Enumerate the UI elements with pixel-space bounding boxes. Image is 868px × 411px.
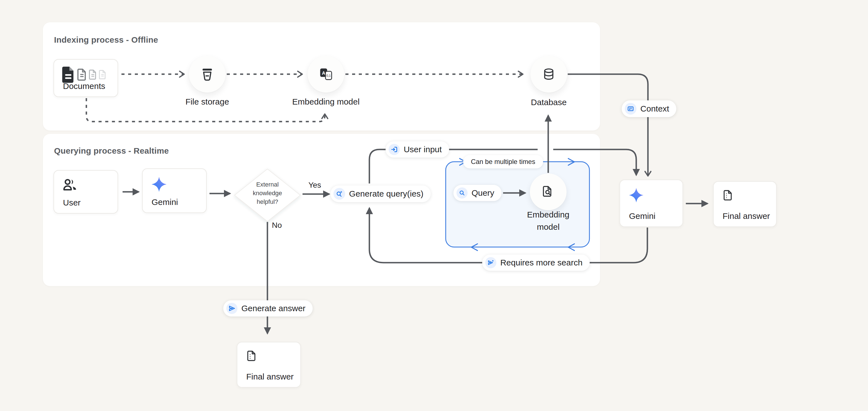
send-spark-icon: [487, 259, 494, 266]
doc-embedding-label: Embedding model: [498, 209, 598, 233]
requires-more-search-badge: Requires more search: [482, 255, 590, 271]
query-icon-chip: [457, 187, 468, 199]
documents-node: Documents: [54, 59, 118, 97]
generate-queries-icon-chip: [334, 188, 345, 200]
gemini-right-star-icon: [628, 187, 644, 204]
gemini-node: Gemini: [142, 169, 207, 213]
final-answer-right-label: Final answer: [722, 211, 770, 221]
file-storage-node: [189, 56, 226, 93]
user-node: User: [54, 170, 118, 213]
database-icon: [541, 67, 556, 81]
gemini-right-label: Gemini: [629, 211, 655, 221]
final-answer-bottom-doc-icon: [246, 350, 259, 364]
search-spark-icon: [336, 190, 343, 198]
doc-search-icon: [541, 185, 555, 199]
generate-queries-label: Generate query(ies): [349, 189, 424, 199]
generate-answer-label: Generate answer: [241, 304, 305, 313]
translate-embedding-icon: A 0,1: [319, 67, 333, 81]
no-label: No: [272, 221, 282, 230]
gemini-star-icon: [151, 176, 167, 194]
context-badge-label: Context: [641, 104, 669, 114]
requires-more-search-label: Requires more search: [500, 258, 583, 267]
database-label: Database: [499, 97, 599, 107]
final-answer-bottom-label: Final answer: [246, 372, 293, 381]
user-label: User: [63, 198, 81, 207]
final-answer-right-node: Final answer: [713, 181, 777, 227]
file-storage-label: File storage: [157, 97, 257, 107]
database-node: [530, 56, 567, 93]
send-icon: [228, 305, 236, 312]
user-input-icon: [391, 146, 398, 153]
context-badge: Context: [622, 100, 676, 117]
user-input-badge: User input: [385, 141, 449, 157]
svg-text:A: A: [322, 70, 326, 76]
svg-text:0,1: 0,1: [327, 74, 331, 77]
doc-embedding-node: [530, 173, 567, 210]
can-be-multiple-times-badge: Can be multiple times: [463, 155, 543, 169]
final-answer-right-doc-icon: [722, 189, 735, 204]
gemini-label: Gemini: [152, 198, 178, 207]
gemini-right-node: Gemini: [620, 180, 683, 227]
query-label: Query: [472, 188, 494, 198]
context-icon: [627, 105, 634, 112]
documents-label: Documents: [63, 81, 105, 91]
requires-more-search-icon-chip: [485, 257, 496, 268]
embedding-model-node: A 0,1: [308, 56, 344, 93]
rag-architecture-diagram: Indexing process - Offline Querying proc…: [0, 0, 868, 411]
document-stack-icon: [61, 66, 106, 83]
user-input-icon-chip: [389, 144, 400, 155]
final-answer-bottom-node: Final answer: [237, 342, 301, 388]
search-icon: [459, 189, 465, 196]
embedding-model-label: Embedding model: [276, 97, 376, 107]
decision-text: External knowledge helpful?: [244, 180, 291, 206]
context-icon-chip: [625, 103, 637, 115]
yes-label: Yes: [308, 181, 321, 189]
user-input-label: User input: [404, 145, 442, 154]
generate-answer-icon-chip: [226, 303, 237, 314]
query-badge: Query: [454, 185, 502, 201]
storage-bucket-icon: [200, 67, 215, 82]
generate-answer-badge: Generate answer: [223, 300, 313, 317]
users-icon: [62, 178, 78, 193]
generate-queries-badge: Generate query(ies): [330, 185, 431, 202]
